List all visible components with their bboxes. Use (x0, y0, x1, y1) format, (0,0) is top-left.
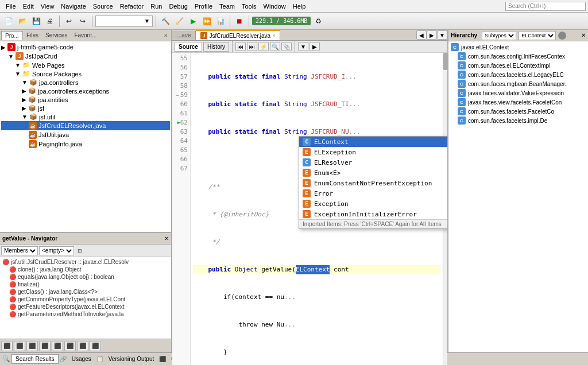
redo-button[interactable]: ↪ (76, 15, 89, 28)
tree-item-entities[interactable]: ▶ 📦 jpa.entities (1, 95, 170, 104)
ac-item-enum[interactable]: E Enum<E> (299, 168, 447, 178)
editor-nav-btn-2[interactable]: ⏭ (247, 42, 257, 51)
nav-filter-btn[interactable]: ⊟ (75, 246, 84, 255)
tab-favorites[interactable]: Favorit... (71, 31, 100, 40)
tree-item-sourcepackages[interactable]: ▼ 📁 Source Packages (1, 69, 170, 78)
context-select[interactable]: ELContext (519, 31, 556, 40)
menu-run[interactable]: Run (147, 2, 165, 11)
nav-btn-3[interactable]: ⬛ (26, 341, 38, 351)
build-button[interactable]: 🔨 (159, 15, 172, 28)
editor-nav-btn-5[interactable]: 📎 (281, 42, 292, 51)
tree-item-html5[interactable]: ▶ J j-html5-game5-code (1, 42, 170, 52)
clean-button[interactable]: 🧹 (173, 15, 185, 28)
ac-item-elexception[interactable]: E ELException (299, 147, 447, 157)
tab-files[interactable]: Files (23, 31, 42, 40)
tree-item-jsf[interactable]: ▶ 📦 jsf (1, 104, 170, 112)
nav-btn-4[interactable]: ⬛ (39, 341, 51, 351)
gc-button[interactable]: ♻ (312, 15, 324, 28)
memory-indicator[interactable]: 229.1 / 346.6MB (252, 17, 311, 25)
menu-source[interactable]: Source (90, 2, 117, 11)
nav-btn-2[interactable]: ⬛ (14, 341, 25, 351)
menu-help[interactable]: Help (289, 2, 310, 11)
history-tab-btn[interactable]: History (203, 42, 229, 52)
run-config-dropdown[interactable]: ▼ (95, 15, 153, 27)
code-editor[interactable]: 55 56 57 58 −59 60 61 ▶62 63 64 65 66 67… (172, 53, 447, 365)
left-panel-close[interactable]: ✕ (162, 32, 170, 40)
tree-item-paginginfo[interactable]: ☕ PagingInfo.java (1, 139, 170, 149)
profile-button[interactable]: 📊 (214, 15, 227, 28)
hier-item-elcontext[interactable]: C javax.el.ELContext (450, 42, 587, 52)
hier-item-valueexpression[interactable]: C javax.faces.validator.ValueExpression (450, 88, 587, 98)
tree-item-jsfjpacrud[interactable]: ▼ J JsfJpaCrud (1, 52, 170, 61)
subtypes-select[interactable]: Subtypes (482, 31, 516, 40)
hier-item-initfaces[interactable]: C com.sun.faces.config.InitFacesContex (450, 52, 587, 61)
menu-window[interactable]: Window (260, 2, 289, 11)
debug-run-button[interactable]: ⏩ (200, 15, 213, 28)
stop-button[interactable]: ⏹ (233, 15, 246, 28)
nav-btn-5[interactable]: ⬛ (52, 341, 63, 351)
undo-button[interactable]: ↩ (63, 15, 75, 28)
tab-nav-left[interactable]: ◀ ▶ ▼ (416, 30, 447, 40)
editor-nav-btn-4[interactable]: 🔍 (270, 42, 280, 51)
editor-nav-btn-6[interactable]: ▼ (298, 42, 308, 51)
editor-nav-btn-1[interactable]: ⏮ (235, 42, 246, 51)
hier-item-legacyelc[interactable]: C com.sun.faces.facelets.el.LegacyELC (450, 70, 587, 79)
ac-item-exceptioninit[interactable]: E ExceptionInInitializerError (299, 209, 447, 219)
search-input[interactable] (505, 2, 586, 11)
nav-item-clone[interactable]: 🔴clone() : java.lang.Object (1, 266, 170, 273)
versioning-tab[interactable]: Versioning Output (105, 354, 158, 364)
editor-nav-btn-7[interactable]: ▶ (310, 42, 320, 51)
hier-item-de[interactable]: C com.sun.faces.facelets.impl.De (450, 116, 587, 125)
menu-debug[interactable]: Debug (165, 2, 191, 11)
members-select[interactable]: Members (1, 246, 38, 255)
menu-profile[interactable]: Profile (191, 2, 216, 11)
filter-select[interactable]: <empty> (39, 246, 74, 255)
menu-refactor[interactable]: Refactor (117, 2, 148, 11)
source-tab-btn[interactable]: Source (175, 42, 202, 52)
tree-item-controllers[interactable]: ▼ 📦 jpa.controllers (1, 78, 170, 87)
editor-tab-save[interactable]: ...ave (172, 31, 196, 40)
tree-item-jsfutil-java[interactable]: ☕ JsfUtil.java (1, 130, 170, 139)
editor-tab-jsfcrud[interactable]: J JsfCrudELResolver.java × (196, 30, 280, 40)
hier-item-elcontextimpl[interactable]: C com.sun.faces.el.ELContextImpl (450, 61, 587, 70)
open-project-button[interactable]: 📂 (16, 15, 29, 28)
ac-item-exception[interactable]: E Exception (299, 199, 447, 209)
menu-tools[interactable]: Tools (238, 2, 260, 11)
usages-tab[interactable]: Usages (68, 354, 95, 364)
new-project-button[interactable]: 📄 (2, 15, 15, 28)
autocomplete-dropdown[interactable]: C ELContext E ELException C ELResolver E… (299, 136, 447, 229)
hierarchy-refresh[interactable] (558, 32, 566, 40)
run-button[interactable]: ▶ (187, 15, 199, 28)
ac-item-error[interactable]: E Error (299, 188, 447, 199)
nav-btn-1[interactable]: ⬛ (1, 341, 13, 351)
search-results-tab[interactable]: Search Results (11, 354, 59, 364)
nav-btn-6[interactable]: ⬛ (64, 341, 76, 351)
tab-scroll-right[interactable]: ▶ (427, 30, 437, 40)
ac-item-elcontext[interactable]: C ELContext (299, 137, 447, 147)
tab-close-icon[interactable]: × (272, 33, 275, 38)
hierarchy-close[interactable]: ✕ (581, 32, 586, 38)
tab-projects[interactable]: Pro... (1, 31, 23, 40)
tree-item-exceptions[interactable]: ▶ 📦 jpa.controllers.exceptions (1, 87, 170, 95)
menu-navigate[interactable]: Navigate (57, 2, 89, 11)
nav-item-getclass[interactable]: 🔴getClass() : java.lang.Class<?> (1, 288, 170, 296)
ac-item-enumconstant[interactable]: E EnumConstantNotPresentException (299, 178, 447, 188)
ac-item-elresolver[interactable]: C ELResolver (299, 157, 447, 168)
hier-item-faceletco2[interactable]: C com.sun.faces.facelets.FaceletCo (450, 107, 587, 116)
hier-item-beanmanager[interactable]: C com.sun.faces.mgbean.BeanManager. (450, 79, 587, 88)
menu-view[interactable]: View (37, 2, 58, 11)
nav-btn-8[interactable]: ⬛ (90, 341, 101, 351)
nav-item-getparam[interactable]: 🔴getParameterizedMethodToInvoke(java.la (1, 310, 170, 318)
tab-scroll-left[interactable]: ◀ (416, 30, 427, 40)
editor-nav-btn-3[interactable]: ⚡ (258, 42, 269, 51)
navigator-close[interactable]: ✕ (164, 235, 169, 242)
tree-item-jsfcrud[interactable]: ☕ JsfCrudELResolver.java (1, 121, 170, 130)
nav-item-class[interactable]: 🔴jsf.util.JsfCrudELResolver :: javax.el.… (1, 258, 170, 266)
menu-team[interactable]: Team (216, 2, 238, 11)
nav-item-getcommon[interactable]: 🔴getCommonPropertyType(javax.el.ELCont (1, 296, 170, 303)
print-button[interactable]: 🖨 (44, 15, 56, 28)
nav-item-getfeature[interactable]: 🔴getFeatureDescriptors(javax.el.ELContex… (1, 303, 170, 310)
nav-item-equals[interactable]: 🔴equals(java.lang.Object obj) : boolean (1, 273, 170, 281)
tab-services[interactable]: Services (42, 31, 71, 40)
menu-file[interactable]: File (2, 2, 20, 11)
